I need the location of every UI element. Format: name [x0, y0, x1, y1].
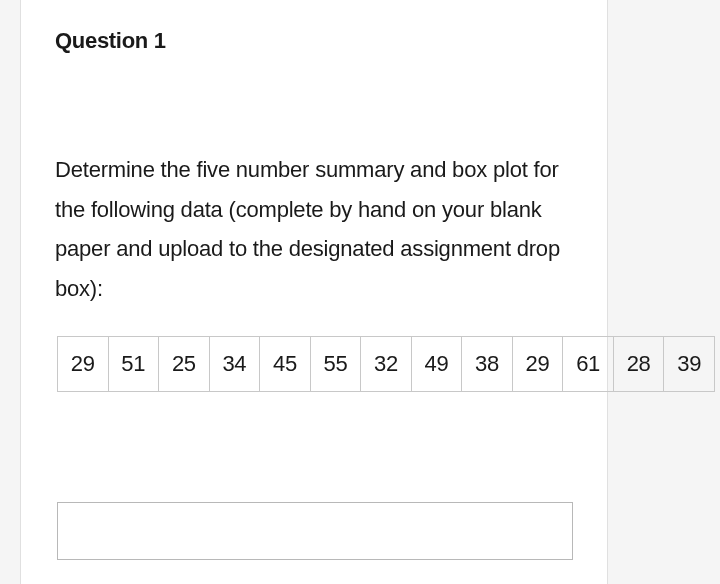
data-cell: 39 [664, 337, 715, 392]
question-prompt: Determine the five number summary and bo… [55, 150, 573, 308]
data-cell: 29 [512, 337, 563, 392]
data-cell: 49 [411, 337, 462, 392]
data-cell: 34 [209, 337, 260, 392]
data-cell: 51 [108, 337, 159, 392]
question-card: Question 1 Determine the five number sum… [20, 0, 608, 584]
data-cell: 28 [613, 337, 664, 392]
data-cell: 55 [310, 337, 361, 392]
data-cell: 45 [260, 337, 311, 392]
answer-input[interactable] [57, 502, 573, 560]
data-table: 29512534455532493829612839 [57, 336, 715, 392]
question-title: Question 1 [55, 28, 573, 54]
data-cell: 38 [462, 337, 513, 392]
data-cell: 61 [563, 337, 614, 392]
data-cell: 32 [361, 337, 412, 392]
table-row: 29512534455532493829612839 [58, 337, 715, 392]
data-cell: 29 [58, 337, 109, 392]
data-cell: 25 [159, 337, 210, 392]
